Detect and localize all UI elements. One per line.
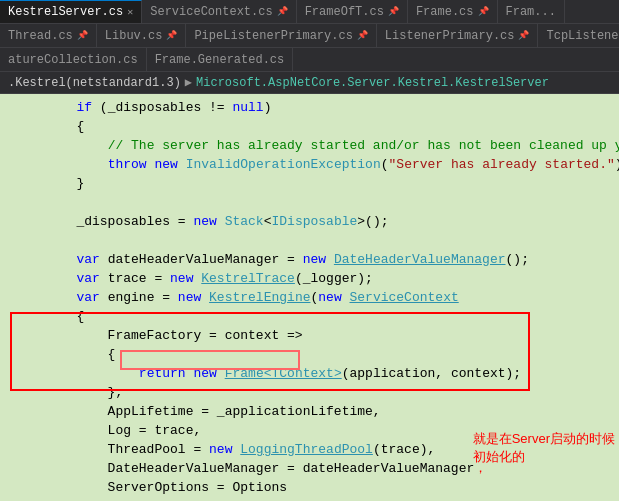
code-text: DateHeaderValueManager = dateHeaderValue… (0, 459, 495, 478)
pin-icon: 📌 (277, 6, 288, 17)
code-line-9: var dateHeaderValueManager = new DateHea… (0, 250, 619, 269)
code-editor[interactable]: 就是在Server启动的时候 初始化的 if (_disposables != … (0, 94, 619, 501)
breadcrumb-class[interactable]: Microsoft.AspNetCore.Server.Kestrel.Kest… (196, 76, 549, 90)
code-line-4: throw new InvalidOperationException("Ser… (0, 155, 619, 174)
breadcrumb: .Kestrel(netstandard1.3) ▶ Microsoft.Asp… (0, 72, 619, 94)
tab-frame[interactable]: Frame.cs 📌 (408, 0, 498, 24)
code-line-13: FrameFactory = context => (0, 326, 619, 345)
tab-row-1: KestrelServer.cs ✕ ServiceContext.cs 📌 F… (0, 0, 619, 24)
code-text: Log = trace, (0, 421, 209, 440)
annotation-line2: 初始化的 (473, 448, 615, 466)
tab-servicecontext[interactable]: ServiceContext.cs 📌 (142, 0, 296, 24)
code-text: } (0, 174, 92, 193)
code-line-6 (0, 193, 619, 212)
tab-libuv[interactable]: Libuv.cs 📌 (97, 24, 187, 48)
code-text: if (_disposables != null) (0, 98, 280, 117)
code-text: FrameFactory = context => (0, 326, 311, 345)
code-text (0, 193, 30, 212)
tab-label: ServiceContext.cs (150, 5, 272, 19)
code-line-22: }); (0, 497, 619, 501)
tab-row-3: atureCollection.cs Frame.Generated.cs (0, 48, 619, 72)
code-line-7: _disposables = new Stack<IDisposable>(); (0, 212, 619, 231)
code-text: AppLifetime = _applicationLifetime, (0, 402, 389, 421)
code-text: var trace = new KestrelTrace(_logger); (0, 269, 381, 288)
code-line-15: return new Frame<TContext>(application, … (0, 364, 619, 383)
tab-label: atureCollection.cs (8, 53, 138, 67)
pin-icon: 📌 (77, 30, 88, 41)
breadcrumb-separator: ▶ (185, 75, 192, 90)
tab-label: Thread.cs (8, 29, 73, 43)
tab-label: KestrelServer.cs (8, 5, 123, 19)
tab-tcplistener[interactable]: TcpListenerPri... (538, 24, 619, 48)
close-icon[interactable]: ✕ (127, 6, 133, 18)
code-line-1: if (_disposables != null) (0, 98, 619, 117)
pin-icon: 📌 (518, 30, 529, 41)
code-text: // The server has already started and/or… (0, 136, 619, 155)
code-text: { (0, 345, 123, 364)
code-text: ThreadPool = new LoggingThreadPool(trace… (0, 440, 443, 459)
pin-icon: 📌 (166, 30, 177, 41)
code-line-2: { (0, 117, 619, 136)
pin-icon: 📌 (357, 30, 368, 41)
code-text: _disposables = new Stack<IDisposable>(); (0, 212, 397, 231)
annotation-line1: 就是在Server启动的时候 (473, 430, 615, 448)
tab-label: FrameOfT.cs (305, 5, 384, 19)
tab-fram-partial[interactable]: Fram... (498, 0, 565, 24)
tab-frameoft[interactable]: FrameOfT.cs 📌 (297, 0, 408, 24)
tab-label: PipeListenerPrimary.cs (194, 29, 352, 43)
code-text: var engine = new KestrelEngine(new Servi… (0, 288, 467, 307)
code-text: ServerOptions = Options (0, 478, 295, 497)
pin-icon: 📌 (478, 6, 489, 17)
code-line-16: }, (0, 383, 619, 402)
tab-label: Fram... (506, 5, 556, 19)
code-text: return new Frame<TContext>(application, … (0, 364, 529, 383)
code-line-21: ServerOptions = Options (0, 478, 619, 497)
tab-label: TcpListenerPri... (546, 29, 619, 43)
tab-framegenerated[interactable]: Frame.Generated.cs (147, 48, 294, 72)
tab-label: Libuv.cs (105, 29, 163, 43)
code-text: { (0, 117, 92, 136)
editor-container: KestrelServer.cs ✕ ServiceContext.cs 📌 F… (0, 0, 619, 501)
code-line-5: } (0, 174, 619, 193)
code-text: }); (0, 497, 108, 501)
pin-icon: 📌 (388, 6, 399, 17)
tab-listenerprimary[interactable]: ListenerPrimary.cs 📌 (377, 24, 539, 48)
code-line-17: AppLifetime = _applicationLifetime, (0, 402, 619, 421)
tab-label: ListenerPrimary.cs (385, 29, 515, 43)
tab-aturecollection[interactable]: atureCollection.cs (0, 48, 147, 72)
tab-thread[interactable]: Thread.cs 📌 (0, 24, 97, 48)
tab-row-2: Thread.cs 📌 Libuv.cs 📌 PipeListenerPrima… (0, 24, 619, 48)
tab-label: Frame.cs (416, 5, 474, 19)
code-line-3: // The server has already started and/or… (0, 136, 619, 155)
chinese-annotation: 就是在Server启动的时候 初始化的 (473, 430, 615, 466)
tab-label: Frame.Generated.cs (155, 53, 285, 67)
code-line-10: var trace = new KestrelTrace(_logger); (0, 269, 619, 288)
breadcrumb-namespace[interactable]: .Kestrel(netstandard1.3) (8, 76, 181, 90)
tab-pipelistener[interactable]: PipeListenerPrimary.cs 📌 (186, 24, 376, 48)
code-line-8 (0, 231, 619, 250)
code-text: var dateHeaderValueManager = new DateHea… (0, 250, 537, 269)
code-line-11: var engine = new KestrelEngine(new Servi… (0, 288, 619, 307)
tab-kestrelserver[interactable]: KestrelServer.cs ✕ (0, 0, 142, 24)
code-line-14: { (0, 345, 619, 364)
code-text (0, 231, 30, 250)
code-text: { (0, 307, 92, 326)
code-text: }, (0, 383, 131, 402)
code-line-12: { (0, 307, 619, 326)
code-text: throw new InvalidOperationException("Ser… (0, 155, 619, 174)
